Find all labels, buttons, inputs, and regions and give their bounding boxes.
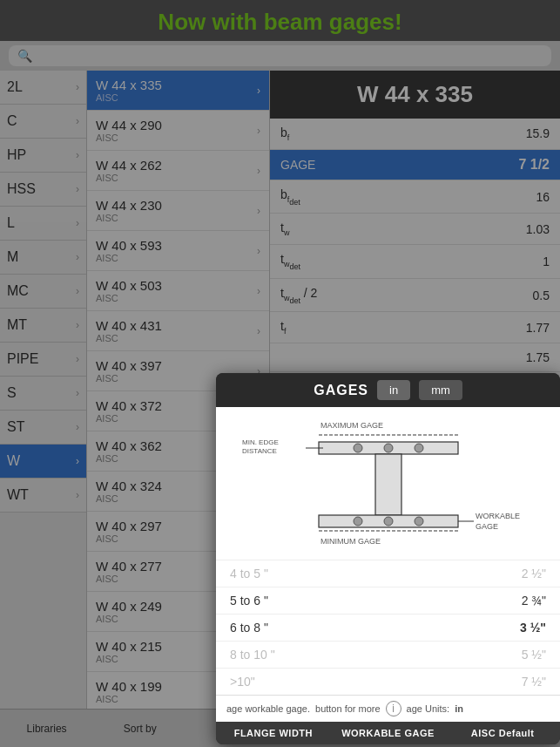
gage-range-label: 4 to 5 " (230, 567, 268, 581)
modal-bottom-item-workable-gage[interactable]: WORKABLE GAGE (331, 722, 446, 744)
svg-point-7 (384, 517, 393, 526)
gage-range-label: 5 to 6 " (230, 594, 268, 608)
modal-header: GAGES in mm (216, 373, 560, 407)
svg-point-4 (384, 444, 393, 452)
unit-in-button[interactable]: in (377, 380, 410, 400)
modal-bottom-item-flange-width[interactable]: FLANGE WIDTH (216, 722, 331, 744)
gage-range-label: >10" (230, 675, 255, 689)
info-icon[interactable]: i (386, 701, 401, 716)
app: Now with beam gages! 2L›C›HP›HSS›L›M›MC›… (0, 0, 560, 747)
svg-text:WORKABLE: WORKABLE (476, 512, 520, 520)
diagram-area: MAXIMUM GAGE MIN. EDGE DISTANCE MINIMUM … (216, 407, 560, 560)
unit-mm-button[interactable]: mm (419, 380, 462, 400)
gage-value-label: 7 ½" (522, 675, 546, 689)
modal-title: GAGES (314, 383, 368, 398)
svg-point-3 (354, 444, 362, 452)
svg-point-6 (354, 517, 362, 526)
gage-table-row: >10" 7 ½" (216, 668, 560, 695)
svg-text:MINIMUM GAGE: MINIMUM GAGE (320, 537, 381, 546)
gage-table-row: 8 to 10 " 5 ½" (216, 641, 560, 668)
gage-table-row: 6 to 8 " 3 ½" (216, 614, 560, 641)
svg-point-8 (415, 517, 423, 526)
gages-modal: GAGES in mm (216, 373, 560, 744)
gage-value-label: 5 ½" (522, 648, 546, 662)
svg-text:DISTANCE: DISTANCE (242, 447, 277, 455)
gage-table-row: 4 to 5 " 2 ½" (216, 560, 560, 587)
gage-range-label: 8 to 10 " (230, 648, 275, 662)
gage-range-label: 6 to 8 " (230, 621, 268, 635)
gage-value-label: 2 ½" (522, 567, 546, 581)
svg-text:MAXIMUM GAGE: MAXIMUM GAGE (320, 421, 383, 430)
modal-bottom-bar: FLANGE WIDTHWORKABLE GAGEAISC Default (216, 722, 560, 744)
gage-value-label: 2 ¾" (522, 594, 546, 608)
footer-units-value: in (455, 703, 463, 714)
svg-text:GAGE: GAGE (476, 522, 498, 531)
gage-value-label: 3 ½" (520, 621, 546, 635)
info-icon-label: i (392, 703, 395, 715)
footer-units-label: age Units: (407, 703, 450, 714)
footer-button-text: button for more (315, 703, 381, 714)
gage-table-row: 5 to 6 " 2 ¾" (216, 587, 560, 614)
footer-gage-text: age workable gage. (226, 703, 310, 714)
svg-point-5 (415, 444, 423, 452)
gage-table: 4 to 5 " 2 ½"5 to 6 " 2 ¾"6 to 8 " 3 ½"8… (216, 560, 560, 695)
svg-text:MIN. EDGE: MIN. EDGE (242, 438, 279, 446)
modal-footer: age workable gage. button for more i age… (216, 695, 560, 722)
modal-bottom-item-aisc-default[interactable]: AISC Default (445, 722, 560, 744)
svg-rect-1 (375, 454, 401, 515)
